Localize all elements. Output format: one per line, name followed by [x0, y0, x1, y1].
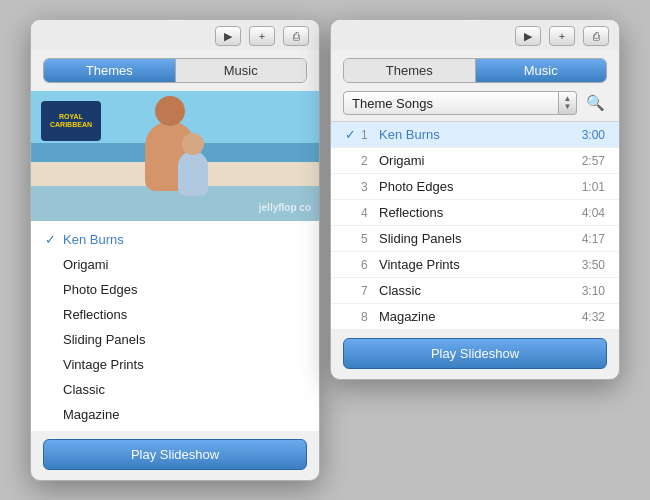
song-checkmark-icon: ✓: [345, 127, 361, 142]
song-title: Vintage Prints: [379, 257, 582, 272]
left-add-btn[interactable]: +: [249, 26, 275, 46]
music-search-button[interactable]: 🔍: [583, 91, 607, 115]
music-source-row: Theme Songs ▲▼ 🔍: [343, 91, 607, 115]
theme-item-label: Magazine: [63, 407, 305, 422]
theme-item-reflections[interactable]: Reflections: [31, 302, 319, 327]
song-item-6[interactable]: 6 Vintage Prints 3:50: [331, 252, 619, 278]
song-duration: 4:04: [582, 206, 605, 220]
theme-item-label: Reflections: [63, 307, 305, 322]
right-song-list: ✓ 1 Ken Burns 3:00 2 Origami 2:57 3 Phot…: [331, 121, 619, 330]
search-icon: 🔍: [586, 94, 605, 112]
left-tab-music[interactable]: Music: [176, 59, 307, 82]
song-number: 2: [361, 154, 379, 168]
song-item-2[interactable]: 2 Origami 2:57: [331, 148, 619, 174]
right-popover: ▶ + ⎙ Themes Music Theme Songs ▲▼ 🔍 ✓ 1 …: [330, 19, 620, 380]
left-photo-text: jellyflop co: [259, 202, 311, 213]
song-number: 7: [361, 284, 379, 298]
right-add-btn[interactable]: +: [549, 26, 575, 46]
song-duration: 3:50: [582, 258, 605, 272]
song-item-8[interactable]: 8 Magazine 4:32: [331, 304, 619, 330]
left-play-btn[interactable]: ▶: [215, 26, 241, 46]
right-tab-themes[interactable]: Themes: [344, 59, 476, 82]
song-item-4[interactable]: 4 Reflections 4:04: [331, 200, 619, 226]
theme-item-ken-burns[interactable]: ✓ Ken Burns: [31, 227, 319, 252]
left-photo-preview: ROYALCARIBBEAN jellyflop co: [31, 91, 319, 221]
theme-item-magazine[interactable]: Magazine: [31, 402, 319, 427]
song-number: 8: [361, 310, 379, 324]
song-number: 4: [361, 206, 379, 220]
left-toolbar: ▶ + ⎙: [31, 20, 319, 50]
song-title: Magazine: [379, 309, 582, 324]
song-duration: 1:01: [582, 180, 605, 194]
song-number: 3: [361, 180, 379, 194]
theme-item-label: Photo Edges: [63, 282, 305, 297]
left-tab-themes[interactable]: Themes: [44, 59, 176, 82]
theme-item-label: Sliding Panels: [63, 332, 305, 347]
theme-item-label: Classic: [63, 382, 305, 397]
song-title: Reflections: [379, 205, 582, 220]
theme-item-photo-edges[interactable]: Photo Edges: [31, 277, 319, 302]
left-popover: ▶ + ⎙ Themes Music ROYALCARIBBEAN jellyf…: [30, 19, 320, 481]
theme-item-classic[interactable]: Classic: [31, 377, 319, 402]
left-segmented-control: Themes Music: [43, 58, 307, 83]
song-duration: 3:00: [582, 128, 605, 142]
left-ship-logo: ROYALCARIBBEAN: [41, 101, 101, 141]
theme-item-label: Vintage Prints: [63, 357, 305, 372]
song-title: Sliding Panels: [379, 231, 582, 246]
right-share-btn[interactable]: ⎙: [583, 26, 609, 46]
song-number: 5: [361, 232, 379, 246]
theme-item-sliding-panels[interactable]: Sliding Panels: [31, 327, 319, 352]
song-item-3[interactable]: 3 Photo Edges 1:01: [331, 174, 619, 200]
left-play-slideshow-button[interactable]: Play Slideshow: [43, 439, 307, 470]
song-item-7[interactable]: 7 Classic 3:10: [331, 278, 619, 304]
song-title: Classic: [379, 283, 582, 298]
checkmark-icon: ✓: [45, 232, 61, 247]
song-duration: 2:57: [582, 154, 605, 168]
right-play-slideshow-button[interactable]: Play Slideshow: [343, 338, 607, 369]
song-item-1[interactable]: ✓ 1 Ken Burns 3:00: [331, 122, 619, 148]
song-number: 6: [361, 258, 379, 272]
song-title: Origami: [379, 153, 582, 168]
song-item-5[interactable]: 5 Sliding Panels 4:17: [331, 226, 619, 252]
song-title: Photo Edges: [379, 179, 582, 194]
music-source-select-wrapper[interactable]: Theme Songs ▲▼: [343, 91, 577, 115]
music-source-label: Theme Songs: [343, 91, 559, 115]
right-tab-music[interactable]: Music: [476, 59, 607, 82]
left-theme-list: ✓ Ken Burns Origami Photo Edges Reflecti…: [31, 221, 319, 431]
theme-item-vintage-prints[interactable]: Vintage Prints: [31, 352, 319, 377]
song-title: Ken Burns: [379, 127, 582, 142]
right-toolbar: ▶ + ⎙: [331, 20, 619, 50]
theme-item-label: Origami: [63, 257, 305, 272]
right-segmented-control: Themes Music: [343, 58, 607, 83]
song-number: 1: [361, 128, 379, 142]
left-share-btn[interactable]: ⎙: [283, 26, 309, 46]
right-play-btn[interactable]: ▶: [515, 26, 541, 46]
song-duration: 4:17: [582, 232, 605, 246]
left-person-2: [178, 151, 208, 196]
theme-item-origami[interactable]: Origami: [31, 252, 319, 277]
select-arrows-icon[interactable]: ▲▼: [559, 91, 577, 115]
song-duration: 4:32: [582, 310, 605, 324]
song-duration: 3:10: [582, 284, 605, 298]
theme-item-label: Ken Burns: [63, 232, 305, 247]
